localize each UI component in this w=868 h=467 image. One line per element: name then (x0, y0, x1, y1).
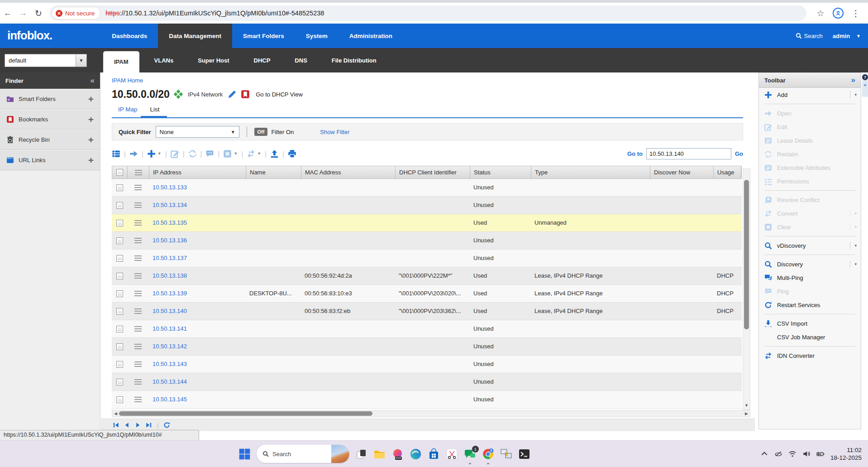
tab-vlans[interactable]: VLANs (142, 48, 186, 72)
row-menu-cell[interactable] (127, 197, 149, 214)
quick-filter-select[interactable]: None ▼ (156, 126, 239, 138)
sidebar-item-smart-folders[interactable]: Smart Folders+ (0, 89, 100, 109)
cell-ip[interactable]: 10.50.13.143 (149, 356, 246, 373)
row-menu-icon[interactable] (134, 220, 142, 226)
toolbar-item-resolve-conflict[interactable]: Resolve Conflict (759, 193, 861, 207)
table-row[interactable]: 10.50.13.139DESKTOP-8U...00:50:56:83:10:… (112, 285, 742, 303)
column-header-discover-now[interactable]: Discover Now (650, 166, 714, 178)
toolbar-item-permissions[interactable]: Permissions (759, 174, 861, 188)
column-header-status[interactable]: Status (470, 166, 531, 178)
finder-collapse-icon[interactable]: « (91, 76, 95, 85)
row-menu-icon[interactable] (134, 397, 142, 402)
row-select-cell[interactable] (112, 179, 127, 196)
last-page-icon[interactable] (145, 422, 152, 428)
add-url-links-icon[interactable]: + (88, 156, 94, 164)
row-select-cell[interactable] (112, 373, 127, 390)
sidebar-item-recycle-bin[interactable]: Recycle Bin+ (0, 130, 100, 150)
row-checkbox[interactable] (116, 202, 123, 209)
table-row[interactable]: 10.50.13.142Unused (112, 338, 742, 356)
ip-link[interactable]: 10.50.13.140 (153, 308, 187, 314)
nav-item-system[interactable]: System (295, 24, 339, 48)
breadcrumb[interactable]: IPAM Home (112, 77, 143, 84)
comment-icon[interactable] (205, 149, 214, 158)
row-select-cell[interactable] (112, 232, 127, 249)
row-menu-icon[interactable] (134, 185, 142, 190)
view-tab-ip-map[interactable]: IP Map (112, 106, 144, 116)
toolbar-item-add[interactable]: Add▾ (759, 88, 861, 101)
ip-link[interactable]: 10.50.13.141 (153, 325, 187, 332)
row-menu-cell[interactable] (127, 391, 149, 408)
cell-ip[interactable]: 10.50.13.135 (149, 214, 246, 231)
row-select-cell[interactable] (112, 320, 127, 337)
eye-off-icon[interactable] (774, 450, 782, 458)
toolbar-item-clear[interactable]: Clear▾ (759, 220, 861, 234)
nav-item-smart-folders[interactable]: Smart Folders (232, 24, 295, 48)
wifi-icon[interactable] (788, 450, 796, 458)
sidebar-item-url-links[interactable]: URL Links+ (0, 150, 100, 170)
volume-icon[interactable] (802, 450, 811, 458)
row-menu-icon[interactable] (134, 273, 142, 279)
add-icon[interactable] (147, 149, 156, 158)
row-menu-cell[interactable] (127, 179, 149, 196)
ip-link[interactable]: 10.50.13.134 (153, 202, 187, 208)
user-menu[interactable]: admin ▼ (833, 33, 861, 39)
table-row[interactable]: 10.50.13.13800:50:56:92:4d:2a"\001\000PV… (112, 267, 742, 285)
ip-link[interactable]: 10.50.13.145 (153, 396, 187, 403)
ip-link[interactable]: 10.50.13.133 (153, 184, 187, 191)
add-smart-folders-icon[interactable]: + (88, 95, 94, 103)
row-menu-icon[interactable] (134, 379, 142, 385)
toolbar-item-caret-icon[interactable]: ▾ (850, 242, 858, 249)
toolbar-item-reclaim[interactable]: Reclaim (759, 147, 861, 161)
toolbar-item-convert[interactable]: Convert▾ (759, 207, 861, 220)
ip-link[interactable]: 10.50.13.142 (153, 343, 187, 350)
task-view-icon[interactable] (355, 448, 367, 460)
forward-icon[interactable]: → (15, 5, 31, 21)
row-menu-cell[interactable] (127, 232, 149, 249)
edit-pencil-icon[interactable] (228, 90, 237, 99)
tray-chevron-icon[interactable] (760, 450, 768, 458)
ip-link[interactable]: 10.50.13.137 (153, 255, 187, 261)
toolbar-item-vdiscovery[interactable]: vDiscovery▾ (759, 239, 861, 252)
row-select-cell[interactable] (112, 250, 127, 267)
start-button-icon[interactable] (238, 448, 251, 460)
terminal-icon[interactable] (518, 448, 530, 460)
toolbar-item-edit[interactable]: Edit (759, 120, 861, 134)
row-menu-cell[interactable] (127, 320, 149, 337)
add-recycle-bin-icon[interactable]: + (88, 136, 94, 144)
select-all-checkbox[interactable] (116, 169, 123, 176)
toolbar-item-csv-import[interactable]: CSV Import (759, 317, 861, 330)
file-explorer-icon[interactable] (373, 448, 386, 460)
goto-input[interactable] (646, 148, 731, 159)
column-header-name[interactable]: Name (246, 166, 301, 178)
toolbar-item-lease-details[interactable]: Lease Details (759, 134, 861, 147)
toolbar-item-extensible-attributes[interactable]: Extensible Attributes (759, 161, 861, 174)
help-icon[interactable]: ? (862, 74, 868, 80)
ip-link[interactable]: 10.50.13.138 (153, 272, 187, 279)
header-menu-cell[interactable] (128, 166, 149, 178)
row-checkbox[interactable] (116, 220, 123, 226)
row-menu-icon[interactable] (134, 326, 142, 332)
table-row[interactable]: 10.50.13.145Unused (112, 391, 742, 409)
toolbar-item-multi-ping[interactable]: Multi-Ping (759, 271, 861, 284)
scroll-down-icon[interactable]: ▼ (744, 403, 749, 408)
snipping-tool-icon[interactable] (446, 448, 458, 460)
toolbar-item-idn-converter[interactable]: IDN Converter (759, 349, 861, 362)
address-bar[interactable]: ✕ Not secure https://10.50.1.32/ui/pMI1E… (50, 5, 806, 21)
header-menu-icon[interactable] (135, 170, 142, 175)
table-row[interactable]: 10.50.13.144Unused (112, 373, 742, 391)
cell-ip[interactable]: 10.50.13.136 (149, 232, 246, 249)
row-select-cell[interactable] (112, 338, 127, 355)
not-secure-badge[interactable]: ✕ Not secure (52, 7, 100, 19)
next-page-icon[interactable] (134, 422, 141, 428)
toolbar-item-csv-job-manager[interactable]: CSV Job Manager (759, 330, 861, 344)
toolbar-item-caret-icon[interactable]: ▾ (850, 91, 858, 98)
row-menu-icon[interactable] (134, 255, 142, 261)
tab-ipam[interactable]: IPAM (103, 51, 139, 72)
convert-icon[interactable] (247, 149, 255, 158)
cell-ip[interactable]: 10.50.13.142 (149, 338, 246, 355)
reload-icon[interactable]: ↻ (31, 5, 46, 21)
column-header-usage[interactable]: Usage (714, 166, 741, 178)
table-row[interactable]: 10.50.13.143Unused (112, 356, 742, 373)
vertical-scrollbar-thumb[interactable] (744, 180, 749, 329)
toolbar-item-restart-services[interactable]: Restart Services (759, 298, 861, 312)
